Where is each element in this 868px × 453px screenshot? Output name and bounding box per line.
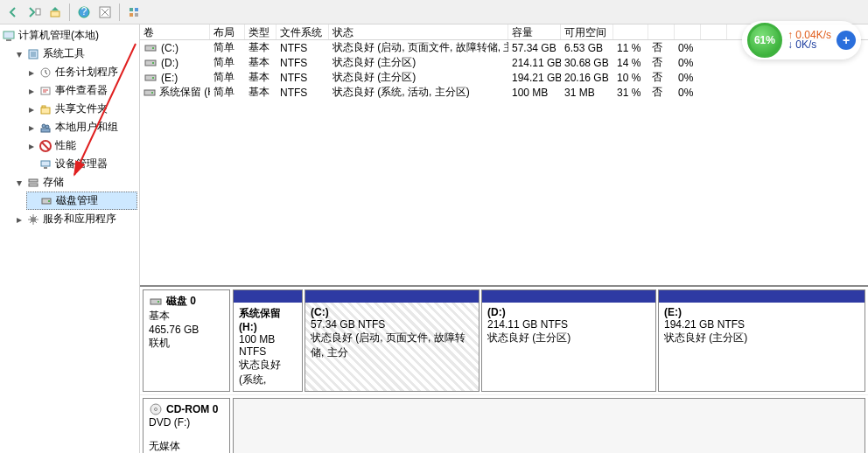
- column-header[interactable]: 布局: [210, 24, 245, 39]
- partition-name: (D:): [487, 306, 650, 318]
- volume-cell: 100 MB: [508, 87, 561, 99]
- expander-icon[interactable]: ▾: [14, 49, 24, 59]
- graphical-view: 磁盘 0 基本 465.76 GB 联机 系统保留 (H:)100 MB NTF…: [140, 285, 868, 453]
- column-header[interactable]: 文件系统: [276, 24, 329, 39]
- volume-list: (C:)简单基本NTFS状态良好 (启动, 页面文件, 故障转储, 主分区)57…: [140, 40, 868, 285]
- svg-rect-15: [42, 106, 46, 108]
- toolbar-separator: [119, 3, 120, 21]
- volume-cell: 基本: [245, 55, 276, 70]
- svg-point-25: [48, 200, 50, 202]
- tree-item[interactable]: ▸任务计划程序: [26, 63, 137, 81]
- svg-rect-32: [145, 75, 156, 80]
- volume-row[interactable]: 系统保留 (H:)简单基本NTFS状态良好 (系统, 活动, 主分区)100 M…: [140, 85, 868, 100]
- expander-icon[interactable]: ▸: [26, 104, 36, 114]
- volume-cell: 11 %: [613, 42, 648, 54]
- disk-label[interactable]: 磁盘 0 基本 465.76 GB 联机: [143, 289, 230, 392]
- tree-item-label: 任务计划程序: [55, 65, 118, 80]
- svg-rect-30: [145, 60, 156, 66]
- tree-group[interactable]: ▸服务和应用程序: [14, 210, 137, 228]
- svg-rect-8: [135, 13, 138, 17]
- partition[interactable]: (E:)194.21 GB NTFS状态良好 (主分区): [658, 289, 865, 392]
- partition[interactable]: (C:)57.34 GB NTFS状态良好 (启动, 页面文件, 故障转储, 主…: [304, 289, 480, 392]
- disk-status: 联机: [149, 336, 224, 351]
- help-button[interactable]: ?: [74, 3, 94, 22]
- tree-item[interactable]: 磁盘管理: [26, 192, 137, 210]
- tree-item[interactable]: 设备管理器: [26, 155, 137, 173]
- svg-rect-6: [135, 8, 138, 11]
- column-header[interactable]: 容量: [508, 24, 561, 39]
- volume-cell: 简单: [210, 85, 245, 100]
- partition-name: 系统保留 (H:): [239, 306, 297, 333]
- svg-rect-1: [51, 11, 60, 17]
- svg-rect-0: [36, 9, 40, 15]
- expander-icon[interactable]: ▸: [26, 122, 36, 132]
- refresh-button[interactable]: [95, 3, 115, 22]
- svg-rect-22: [29, 179, 38, 182]
- volume-icon: [144, 56, 158, 70]
- cdrom-icon: [149, 402, 163, 416]
- volume-cell: 194.21 GB: [508, 72, 561, 84]
- tree-item-label: 性能: [55, 138, 76, 153]
- column-header[interactable]: [701, 24, 727, 39]
- forward-menu-button[interactable]: [24, 3, 44, 22]
- volume-cell: 基本: [245, 70, 276, 85]
- memory-pct-circle[interactable]: 61%: [747, 23, 782, 58]
- svg-rect-7: [130, 13, 133, 17]
- plus-badge[interactable]: +: [836, 31, 856, 50]
- column-header[interactable]: 状态: [329, 24, 508, 39]
- cdrom-strip: CD-ROM 0 DVD (F:) 无媒体: [140, 395, 868, 453]
- cdrom-title: CD-ROM 0: [166, 403, 218, 415]
- svg-rect-23: [29, 184, 38, 186]
- svg-rect-36: [150, 299, 161, 304]
- tree-item-label: 本地用户和组: [55, 120, 118, 135]
- disk-type: 基本: [149, 309, 224, 324]
- floating-widget[interactable]: 61% ↑ 0.04K/s ↓ 0K/s +: [742, 21, 861, 59]
- expander-icon[interactable]: ▸: [14, 214, 24, 224]
- tree-group[interactable]: ▾存储: [14, 173, 137, 192]
- item-icon: [38, 157, 52, 171]
- partition[interactable]: 系统保留 (H:)100 MB NTFS状态良好 (系统,: [233, 289, 303, 392]
- download-rate: 0K/s: [795, 38, 816, 51]
- tree-item[interactable]: ▸本地用户和组: [26, 118, 137, 136]
- expander-icon[interactable]: ▾: [14, 178, 24, 187]
- column-header[interactable]: [675, 24, 701, 39]
- column-header[interactable]: [648, 24, 675, 39]
- volume-cell: 30.68 GB: [561, 57, 613, 69]
- item-icon: [39, 194, 53, 208]
- volume-cell: (C:): [140, 41, 210, 55]
- volume-cell: 基本: [245, 40, 276, 55]
- tree-group-label: 系统工具: [43, 46, 85, 61]
- svg-point-35: [151, 92, 153, 94]
- cdrom-sub: DVD (F:): [149, 416, 224, 429]
- svg-point-33: [152, 77, 154, 79]
- tree-root[interactable]: 计算机管理(本地): [2, 26, 137, 45]
- item-icon: [38, 84, 52, 98]
- tree-item[interactable]: ▸共享文件夹: [26, 100, 137, 118]
- back-button[interactable]: [4, 3, 23, 22]
- tree-item-label: 共享文件夹: [55, 101, 108, 116]
- tree-group[interactable]: ▾系统工具: [14, 45, 137, 63]
- cdrom-empty: [233, 398, 865, 453]
- volume-icon: [144, 41, 158, 55]
- partition[interactable]: (D:)214.11 GB NTFS状态良好 (主分区): [481, 289, 656, 392]
- cdrom-label[interactable]: CD-ROM 0 DVD (F:) 无媒体: [143, 398, 230, 453]
- volume-row[interactable]: (E:)简单基本NTFS状态良好 (主分区)194.21 GB20.16 GB1…: [140, 70, 868, 85]
- column-header[interactable]: 卷: [140, 24, 210, 39]
- expander-icon[interactable]: ▸: [26, 67, 36, 77]
- svg-point-29: [152, 47, 154, 49]
- up-button[interactable]: [46, 3, 65, 22]
- expander-icon[interactable]: ▸: [26, 141, 36, 150]
- column-header[interactable]: [613, 24, 648, 39]
- volume-icon: [144, 71, 158, 85]
- partition-status: 状态良好 (启动, 页面文件, 故障转储, 主分: [311, 331, 473, 360]
- properties-button[interactable]: [124, 3, 144, 22]
- column-header[interactable]: 可用空间: [561, 24, 613, 39]
- tree-item[interactable]: ▸性能: [26, 136, 137, 155]
- tree-group-label: 存储: [43, 175, 64, 190]
- volume-cell: 31 %: [613, 87, 648, 99]
- svg-rect-9: [4, 31, 14, 38]
- column-header[interactable]: 类型: [245, 24, 276, 39]
- tree-item[interactable]: ▸事件查看器: [26, 81, 137, 100]
- volume-cell: 0%: [675, 42, 701, 54]
- expander-icon[interactable]: ▸: [26, 86, 36, 95]
